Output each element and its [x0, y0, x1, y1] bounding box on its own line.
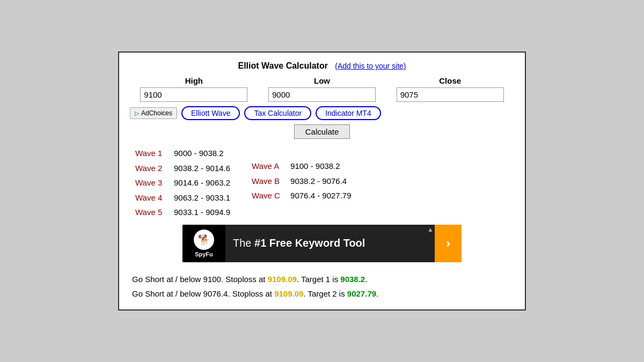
- wave-2-label: Wave 2: [135, 161, 166, 175]
- wave-5-value: 9033.1 - 9094.9: [174, 205, 230, 219]
- adchoices-label: AdChoices: [141, 109, 172, 117]
- wave-5-label: Wave 5: [135, 205, 166, 219]
- high-label: High: [185, 76, 203, 85]
- table-row: Wave 1 9000 - 9038.2: [135, 146, 230, 160]
- summary-2-target: 9027.79: [347, 289, 376, 298]
- wave-2-value: 9038.2 - 9014.6: [174, 161, 230, 175]
- low-input[interactable]: [268, 87, 376, 102]
- summary-2-stoploss: 9109.09: [274, 289, 303, 298]
- add-to-site-link[interactable]: (Add this to your site): [335, 62, 406, 70]
- table-row: Wave 3 9014.6 - 9063.2: [135, 176, 230, 190]
- table-row: Wave 2 9038.2 - 9014.6: [135, 161, 230, 175]
- spyfu-icon: 🐕: [194, 230, 214, 250]
- wave-3-value: 9014.6 - 9063.2: [174, 176, 230, 190]
- wave-3-label: Wave 3: [135, 176, 166, 190]
- nav-button-elliott-wave[interactable]: Elliott Wave: [181, 106, 240, 120]
- ad-text: The #1 Free Keyword Tool: [225, 237, 435, 249]
- summary-1-middle: . Target 1 is: [297, 275, 340, 284]
- high-input[interactable]: [140, 87, 247, 102]
- summary-1-prefix: Go Short at / below 9100. Stoploss at: [132, 275, 268, 284]
- close-input-group: Close: [386, 76, 514, 102]
- adchoices-button[interactable]: ▷ AdChoices: [130, 107, 177, 119]
- waves-right: Wave A 9100 - 9038.2 Wave B 9038.2 - 907…: [252, 159, 351, 219]
- table-row: Wave 5 9033.1 - 9094.9: [135, 205, 230, 219]
- waves-left: Wave 1 9000 - 9038.2 Wave 2 9038.2 - 901…: [135, 146, 230, 219]
- close-label: Close: [439, 76, 461, 85]
- low-label: Low: [314, 76, 330, 85]
- inputs-row: High Low Close: [130, 76, 514, 102]
- wave-1-value: 9000 - 9038.2: [174, 146, 224, 160]
- wave-a-value: 9100 - 9038.2: [290, 159, 340, 173]
- summary-line-1: Go Short at / below 9100. Stoploss at 91…: [132, 272, 512, 286]
- summary-2-middle: . Target 2 is: [303, 289, 347, 298]
- high-input-group: High: [130, 76, 258, 102]
- wave-b-label: Wave B: [252, 174, 283, 188]
- calculate-button[interactable]: Calculate: [294, 124, 350, 139]
- nav-button-tax-calculator[interactable]: Tax Calculator: [244, 106, 311, 120]
- summary-line-2: Go Short at / below 9076.4. Stoploss at …: [132, 286, 512, 301]
- wave-4-label: Wave 4: [135, 191, 166, 205]
- table-row: Wave A 9100 - 9038.2: [252, 159, 351, 173]
- table-row: Wave C 9076.4 - 9027.79: [252, 189, 351, 203]
- results-section: Wave 1 9000 - 9038.2 Wave 2 9038.2 - 901…: [130, 146, 514, 219]
- wave-1-label: Wave 1: [135, 146, 166, 160]
- ad-logo: 🐕 SpyFu: [182, 225, 225, 262]
- summary-section: Go Short at / below 9100. Stoploss at 91…: [130, 268, 514, 301]
- wave-4-value: 9063.2 - 9033.1: [174, 191, 230, 205]
- adbar-row: ▷ AdChoices Elliott Wave Tax Calculator …: [130, 106, 514, 120]
- ad-banner[interactable]: 🐕 SpyFu The #1 Free Keyword Tool ▲ ›: [182, 225, 462, 262]
- summary-1-suffix: .: [365, 275, 367, 284]
- wave-a-label: Wave A: [252, 159, 283, 173]
- low-input-group: Low: [258, 76, 386, 102]
- close-input[interactable]: [397, 87, 504, 102]
- page-title: Elliot Wave Calculator: [238, 61, 327, 70]
- summary-2-prefix: Go Short at / below 9076.4. Stoploss at: [132, 289, 274, 298]
- wave-c-value: 9076.4 - 9027.79: [290, 189, 351, 203]
- summary-1-stoploss: 9109.09: [268, 275, 297, 284]
- ad-bold-text: #1 Free Keyword Tool: [254, 237, 365, 249]
- calculator-container: Elliot Wave Calculator (Add this to your…: [118, 51, 526, 311]
- title-row: Elliot Wave Calculator (Add this to your…: [130, 61, 514, 71]
- ad-arrow-button[interactable]: ›: [435, 225, 462, 262]
- wave-c-label: Wave C: [252, 189, 283, 203]
- nav-button-indicator-mt4[interactable]: Indicator MT4: [316, 106, 381, 120]
- table-row: Wave 4 9063.2 - 9033.1: [135, 191, 230, 205]
- table-row: Wave B 9038.2 - 9076.4: [252, 174, 351, 188]
- calculate-row: Calculate: [130, 124, 514, 139]
- adchoices-icon: ▷: [135, 110, 139, 117]
- wave-b-value: 9038.2 - 9076.4: [290, 174, 347, 188]
- ad-corner-icon: ▲: [427, 226, 434, 233]
- summary-2-suffix: .: [376, 289, 378, 298]
- summary-1-target: 9038.2: [340, 275, 365, 284]
- ad-logo-label: SpyFu: [195, 251, 213, 257]
